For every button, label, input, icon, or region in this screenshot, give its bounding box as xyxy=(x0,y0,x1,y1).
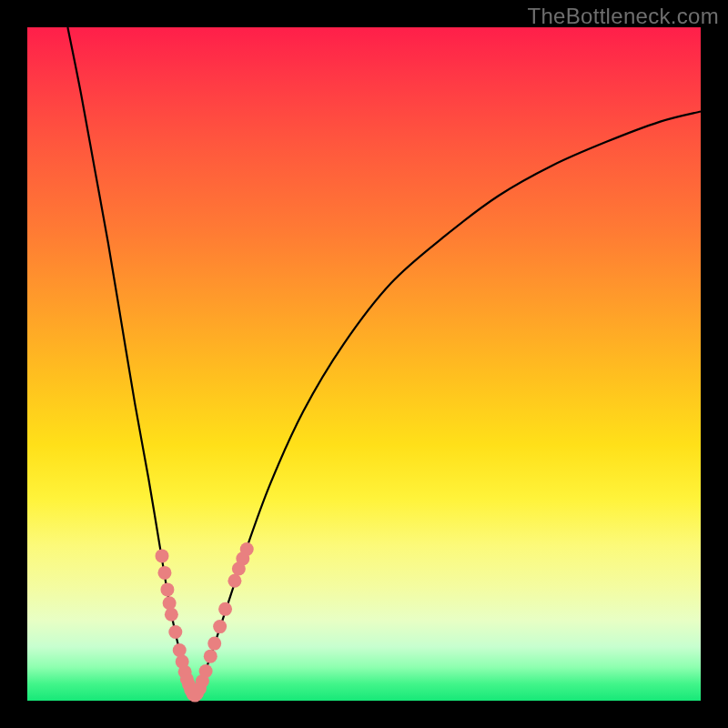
chart-frame: TheBottleneck.com xyxy=(0,0,728,728)
data-marker xyxy=(240,542,254,556)
watermark-text: TheBottleneck.com xyxy=(527,4,719,29)
chart-plot-area xyxy=(27,27,701,701)
data-marker xyxy=(199,664,213,678)
data-marker xyxy=(160,582,174,596)
data-marker xyxy=(165,608,178,622)
data-marker xyxy=(218,602,232,616)
data-marker xyxy=(156,549,169,562)
data-marker xyxy=(173,643,187,657)
chart-svg xyxy=(27,27,701,701)
data-marker xyxy=(157,566,171,580)
data-marker xyxy=(168,625,182,639)
data-marker xyxy=(213,620,227,633)
bottleneck-curve xyxy=(67,27,701,697)
marker-layer xyxy=(156,542,254,703)
data-marker xyxy=(204,650,217,663)
data-marker xyxy=(163,596,177,610)
data-marker xyxy=(228,574,241,588)
data-marker xyxy=(207,637,221,651)
curve-layer xyxy=(67,27,701,697)
